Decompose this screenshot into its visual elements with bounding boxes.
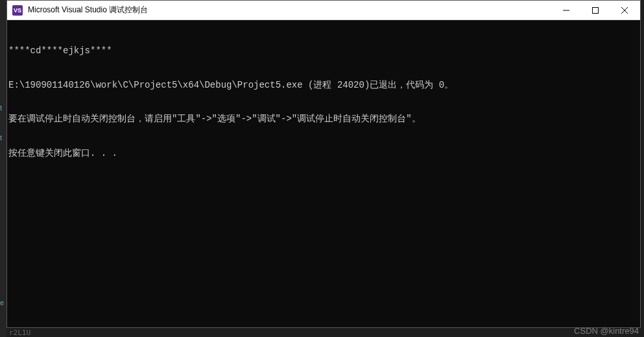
window-controls — [551, 1, 639, 19]
gutter-char: t — [0, 104, 2, 112]
close-icon — [621, 7, 628, 14]
console-output[interactable]: ****cd****ejkjs**** E:\190901140126\work… — [7, 20, 640, 327]
minimize-button[interactable] — [551, 1, 580, 19]
minimize-icon — [563, 7, 569, 14]
console-window: VS Microsoft Visual Studio 调试控制台 ****cd*… — [6, 0, 641, 328]
console-line: 要在调试停止时自动关闭控制台，请启用"工具"->"选项"->"调试"->"调试停… — [8, 114, 639, 125]
gutter-char: e — [0, 299, 4, 307]
bottom-fragment: r2L1U — [9, 329, 30, 337]
editor-gutter-fragment: t t e — [0, 0, 6, 337]
gutter-char: t — [0, 134, 2, 142]
close-button[interactable] — [610, 1, 639, 19]
watermark-text: CSDN @kintre94 — [574, 326, 639, 336]
window-title: Microsoft Visual Studio 调试控制台 — [28, 5, 551, 16]
svg-rect-1 — [592, 7, 598, 13]
maximize-button[interactable] — [580, 1, 610, 19]
titlebar[interactable]: VS Microsoft Visual Studio 调试控制台 — [7, 1, 640, 20]
console-line: 按任意键关闭此窗口. . . — [8, 148, 639, 160]
console-line: E:\190901140126\work\C\Project5\x64\Debu… — [8, 80, 639, 92]
visual-studio-icon: VS — [12, 5, 23, 16]
maximize-icon — [592, 7, 599, 14]
console-line: ****cd****ejkjs**** — [8, 45, 639, 57]
